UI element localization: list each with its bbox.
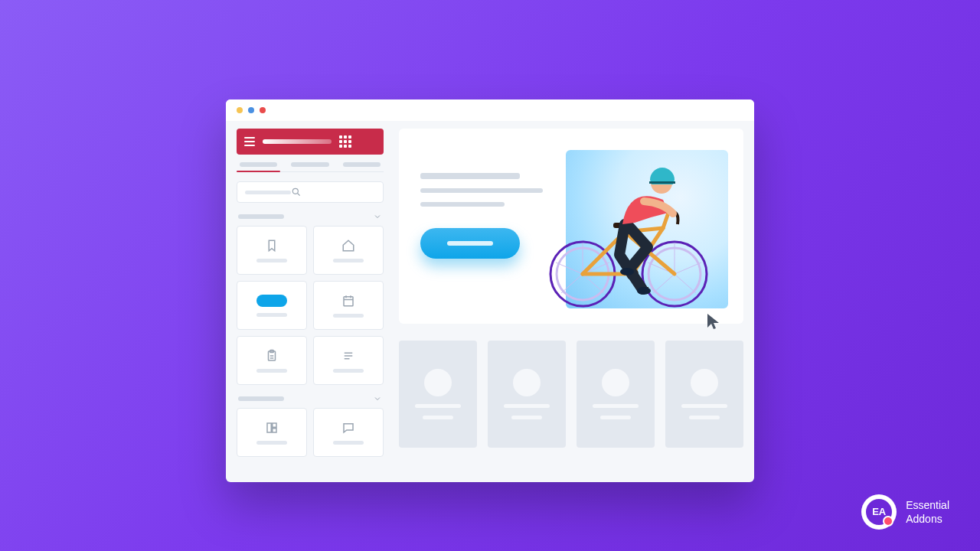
svg-line-27 [675,274,696,293]
tile-clipboard[interactable] [237,336,307,385]
svg-rect-2 [344,296,353,305]
tile-calendar[interactable] [313,281,384,330]
chevron-down-icon [373,212,382,221]
sidebar-tab-1[interactable] [240,162,277,167]
section-header-1[interactable] [237,212,384,221]
cyclist-illustration [537,140,720,316]
brand-line2: Addons [906,512,949,526]
calendar-icon [341,294,355,308]
main-area [399,129,743,471]
tile-text-lines[interactable] [313,336,384,385]
cta-label-placeholder [447,241,493,246]
hero-line-placeholder [420,202,505,207]
window-dot-close[interactable] [260,107,266,113]
text-lines-icon [341,349,355,363]
tile-bookmark[interactable] [237,226,307,275]
bookmark-icon [265,239,279,253]
sidebar-tab-2[interactable] [291,162,328,167]
sidebar-tabs [237,162,384,172]
svg-point-0 [292,188,298,194]
svg-line-23 [561,274,583,293]
window-dot-minimize[interactable] [237,107,243,113]
svg-rect-13 [267,423,271,432]
sidebar-title-placeholder [263,139,332,144]
sidebar [237,129,384,471]
search-placeholder [245,191,291,194]
active-pill-icon [256,295,287,307]
avatar-placeholder [602,369,629,396]
svg-line-24 [556,262,583,274]
svg-point-40 [637,287,651,295]
avatar-placeholder [424,369,452,396]
section-label [238,396,284,401]
chevron-down-icon [373,394,382,403]
profile-card[interactable] [399,341,477,448]
hero-banner [399,129,743,324]
brand-logo: EA [861,494,897,530]
section-header-2[interactable] [237,394,384,403]
svg-rect-14 [273,423,276,427]
cards-row [399,341,743,448]
chat-icon [341,421,355,435]
svg-line-35 [663,213,668,228]
layout-icon [265,421,279,435]
svg-point-41 [620,268,634,276]
hero-line-placeholder [420,188,543,193]
profile-card[interactable] [665,341,743,448]
svg-line-1 [298,194,300,196]
brand-line1: Essential [906,498,949,512]
tile-home[interactable] [313,226,384,275]
browser-window [226,99,754,482]
cursor-icon [705,312,724,331]
menu-icon[interactable] [244,137,255,146]
svg-line-26 [675,262,701,274]
hero-heading-placeholder [420,173,520,179]
avatar-placeholder [513,369,541,396]
profile-card[interactable] [488,341,566,448]
window-dot-maximize[interactable] [248,107,254,113]
brand-badge-area: EA Essential Addons [861,494,949,530]
svg-rect-15 [273,428,276,432]
search-input[interactable] [237,181,384,203]
avatar-placeholder [691,369,718,396]
brand-text: Essential Addons [906,498,949,526]
cta-button[interactable] [420,228,520,259]
svg-line-28 [653,274,675,293]
clipboard-icon [265,349,279,363]
home-icon [341,239,355,253]
section-label [238,214,284,219]
hero-illustration [566,150,728,308]
tile-layout[interactable] [237,408,307,457]
sidebar-topbar [237,129,384,155]
tile-active[interactable] [237,281,307,330]
svg-line-22 [583,274,604,293]
tile-chat[interactable] [313,408,384,457]
window-titlebar [226,99,754,121]
brand-logo-text: EA [866,499,892,525]
sidebar-tab-3[interactable] [343,162,381,167]
svg-rect-43 [649,181,675,184]
profile-card[interactable] [577,341,655,448]
search-icon [291,187,302,197]
apps-grid-icon[interactable] [339,135,351,148]
window-body [226,121,754,482]
